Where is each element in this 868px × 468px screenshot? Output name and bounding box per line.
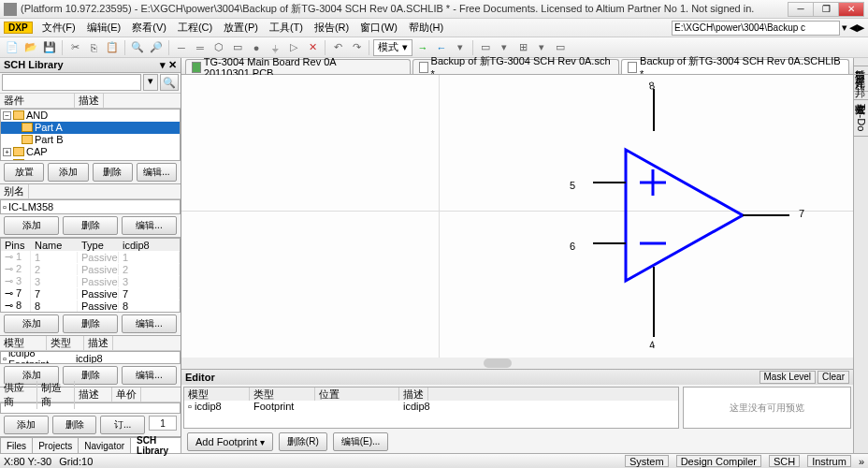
menu-help[interactable]: 帮助(H) bbox=[403, 21, 449, 35]
tab-navigator[interactable]: Navigator bbox=[78, 437, 131, 453]
alias-delete-button[interactable]: 删除 bbox=[63, 216, 118, 235]
models-list[interactable]: ▫icdip8 Footprinticdip8 bbox=[0, 351, 181, 364]
panel-pin-icon[interactable]: ▾ bbox=[160, 59, 166, 70]
net-icon[interactable]: ⬡ bbox=[210, 39, 227, 56]
zoom-fit-icon[interactable]: 🔍 bbox=[129, 39, 146, 56]
supplier-add-button[interactable]: 添加 bbox=[4, 416, 49, 434]
arrow-left-icon[interactable]: ← bbox=[433, 39, 450, 56]
rtab-clipboard[interactable]: 剪贴板 bbox=[854, 58, 868, 66]
pins-grid[interactable]: Pins Name Type icdip8 ⊸ 11Passive1 ⊸ 22P… bbox=[0, 238, 181, 313]
rtab-todo[interactable]: To-Do bbox=[854, 100, 868, 136]
status-system[interactable]: System bbox=[625, 455, 669, 467]
save-icon[interactable]: 💾 bbox=[41, 39, 58, 56]
tab-schlib[interactable]: SCH Library bbox=[130, 437, 181, 453]
wire-icon[interactable]: ─ bbox=[173, 39, 190, 56]
edit-footprint-button[interactable]: 编辑(E)... bbox=[333, 432, 389, 451]
rtab-misc[interactable]: 邦... bbox=[854, 75, 868, 92]
add-footprint-button[interactable]: Add Footprint ▾ bbox=[187, 432, 273, 451]
edit-button[interactable]: 编辑... bbox=[137, 163, 177, 182]
pin-edit-button[interactable]: 编辑... bbox=[122, 314, 177, 333]
path-fwd-icon[interactable]: ▶ bbox=[857, 22, 864, 34]
pin-4-label: 4 bbox=[648, 339, 656, 351]
paste-icon[interactable]: 📋 bbox=[104, 39, 121, 56]
path-dropdown-icon[interactable]: ▾ bbox=[840, 22, 849, 34]
maximize-button[interactable]: ❐ bbox=[813, 2, 839, 17]
alias-add-button[interactable]: 添加 bbox=[4, 216, 59, 235]
pin-delete-button[interactable]: 删除 bbox=[63, 314, 118, 333]
menu-tools[interactable]: 工具(T) bbox=[264, 21, 309, 35]
status-sch[interactable]: SCH bbox=[769, 455, 800, 467]
menu-view[interactable]: 察看(V) bbox=[126, 21, 172, 35]
menu-window[interactable]: 窗口(W) bbox=[354, 21, 403, 35]
filter-dropdown-icon[interactable]: ▾ bbox=[143, 74, 158, 91]
dxp-badge[interactable]: DXP bbox=[4, 22, 33, 34]
doc-tab[interactable]: Backup of 新TG-3004 SCH Rev 0A.SCHLIB * bbox=[621, 59, 849, 74]
clear-button[interactable]: Clear bbox=[817, 371, 849, 384]
color-icon[interactable]: ▾ bbox=[452, 39, 469, 56]
add-button[interactable]: 添加 bbox=[48, 163, 88, 182]
delete-button[interactable]: 删除 bbox=[93, 163, 133, 182]
doc-tab[interactable]: TG-3004 Main Board Rev 0A 20110301.PCB bbox=[185, 59, 411, 74]
path-input[interactable] bbox=[672, 21, 840, 36]
grid2-icon[interactable]: ▾ bbox=[533, 39, 550, 56]
document-tabs: TG-3004 Main Board Rev 0A 20110301.PCB B… bbox=[181, 58, 853, 75]
sheet-icon[interactable]: ▭ bbox=[477, 39, 494, 56]
undo-icon[interactable]: ↶ bbox=[329, 39, 346, 56]
new-icon[interactable]: 📄 bbox=[4, 39, 21, 56]
filter-input[interactable] bbox=[2, 74, 141, 91]
part-icon[interactable]: ▷ bbox=[285, 39, 302, 56]
pin-8-label: 8 bbox=[648, 80, 656, 92]
arrow-right-icon[interactable]: → bbox=[414, 39, 431, 56]
model-edit-button[interactable]: 编辑... bbox=[122, 366, 177, 385]
supplier-delete-button[interactable]: 删除 bbox=[52, 416, 97, 434]
copy-icon[interactable]: ⎘ bbox=[85, 39, 102, 56]
zoom-area-icon[interactable]: 🔎 bbox=[148, 39, 165, 56]
close-button[interactable]: ✕ bbox=[838, 2, 864, 17]
status-dc[interactable]: Design Compiler bbox=[676, 455, 761, 467]
alias-edit-button[interactable]: 编辑... bbox=[122, 216, 177, 235]
pin-5-label: 5 bbox=[570, 180, 575, 191]
junction-icon[interactable]: ● bbox=[248, 39, 265, 56]
bus-icon[interactable]: ═ bbox=[192, 39, 209, 56]
menu-report[interactable]: 报告(R) bbox=[309, 21, 354, 35]
schematic-canvas[interactable]: 5 6 7 8 4 bbox=[181, 75, 853, 358]
place-button[interactable]: 放置 bbox=[4, 163, 44, 182]
grid-icon[interactable]: ⊞ bbox=[514, 39, 531, 56]
delete-footprint-button[interactable]: 删除(R) bbox=[279, 432, 327, 451]
col-name[interactable]: 器件 bbox=[0, 94, 75, 108]
cut-icon[interactable]: ✂ bbox=[66, 39, 83, 56]
redo-icon[interactable]: ↷ bbox=[348, 39, 365, 56]
doc-tab[interactable]: Backup of 新TG-3004 SCH Rev 0A.sch * bbox=[412, 59, 620, 74]
panel-close-icon[interactable]: ✕ bbox=[168, 59, 177, 70]
tab-projects[interactable]: Projects bbox=[32, 437, 79, 453]
menu-file[interactable]: 文件(F) bbox=[36, 21, 81, 35]
menu-edit[interactable]: 编辑(E) bbox=[81, 21, 127, 35]
power-icon[interactable]: ⏚ bbox=[267, 39, 283, 56]
search-button[interactable]: 🔍 bbox=[160, 74, 179, 91]
qty-stepper[interactable] bbox=[149, 416, 177, 431]
status-pin-icon[interactable]: » bbox=[859, 456, 864, 467]
col-desc[interactable]: 描述 bbox=[75, 94, 104, 108]
open-icon[interactable]: 📂 bbox=[22, 39, 39, 56]
options-icon[interactable]: ▭ bbox=[552, 39, 569, 56]
sheet2-icon[interactable]: ▾ bbox=[496, 39, 513, 56]
rtab-favorites[interactable]: 收藏夹 bbox=[854, 92, 868, 100]
supplier-order-button[interactable]: 订... bbox=[100, 416, 145, 434]
menu-place[interactable]: 放置(P) bbox=[218, 21, 264, 35]
pin-add-button[interactable]: 添加 bbox=[4, 314, 59, 333]
noerc-icon[interactable]: ✕ bbox=[304, 39, 321, 56]
mode-combo[interactable]: 模式▾ bbox=[373, 39, 412, 56]
editor-grid[interactable]: 模型 类型 位置 描述 ▫ icdip8 Footprint icdip8 bbox=[183, 387, 679, 429]
port-icon[interactable]: ▭ bbox=[229, 39, 246, 56]
component-tree[interactable]: −AND Part A Part B +CAP +CAP ELEC? bbox=[0, 109, 181, 161]
rtab-library[interactable]: 元件库 bbox=[854, 66, 868, 75]
horizontal-scrollbar[interactable] bbox=[181, 358, 853, 369]
minimize-button[interactable]: ─ bbox=[788, 2, 814, 17]
menu-project[interactable]: 工程(C) bbox=[172, 21, 218, 35]
editor-panel: Editor Mask Level Clear 模型 类型 位置 描述 ▫ ic… bbox=[181, 369, 853, 453]
status-instr[interactable]: Instrum bbox=[807, 455, 851, 467]
tab-files[interactable]: Files bbox=[0, 437, 33, 453]
alias-list[interactable]: ▫IC-LM358 bbox=[0, 199, 181, 214]
path-back-icon[interactable]: ◀ bbox=[849, 22, 857, 34]
mask-level-button[interactable]: Mask Level bbox=[760, 371, 817, 384]
